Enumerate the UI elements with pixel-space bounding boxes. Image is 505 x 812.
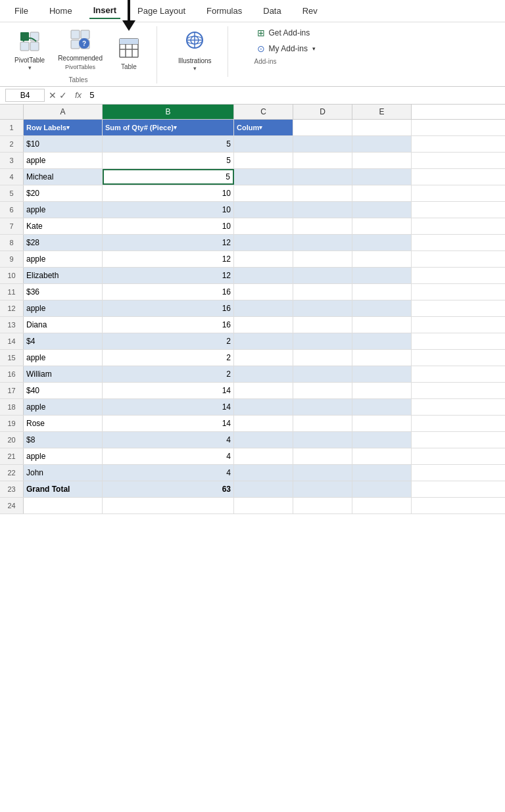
cell-b20[interactable]: 4 — [103, 432, 234, 448]
cell-a24[interactable] — [24, 498, 103, 513]
cell-b22[interactable]: 4 — [103, 465, 234, 481]
cell-c13[interactable] — [234, 317, 293, 333]
cell-d14[interactable] — [293, 333, 352, 349]
cell-d11[interactable] — [293, 284, 352, 300]
cell-e15[interactable] — [352, 350, 412, 366]
menu-file[interactable]: File — [11, 3, 32, 18]
cell-d20[interactable] — [293, 432, 352, 448]
cell-a1[interactable]: Row Labels ▾ — [24, 120, 103, 135]
cell-e4[interactable] — [352, 169, 412, 185]
menu-home[interactable]: Home — [45, 3, 76, 18]
cell-c1[interactable]: Colum ▾ — [234, 120, 293, 135]
cell-c6[interactable] — [234, 202, 293, 218]
my-addins-button[interactable]: ⊙ My Add-ins ▾ — [254, 42, 318, 55]
cell-b10[interactable]: 12 — [103, 268, 234, 283]
cell-d15[interactable] — [293, 350, 352, 366]
cell-e18[interactable] — [352, 399, 412, 415]
cell-e2[interactable] — [352, 136, 412, 152]
cell-e12[interactable] — [352, 300, 412, 316]
cell-d7[interactable] — [293, 218, 352, 234]
pivot-table-button[interactable]: PivotTable ▾ — [11, 28, 49, 74]
cell-d4[interactable] — [293, 169, 352, 185]
cell-b23[interactable]: 63 — [103, 481, 234, 497]
confirm-icon[interactable]: ✓ — [59, 90, 67, 101]
cell-d21[interactable] — [293, 448, 352, 464]
cell-b8[interactable]: 12 — [103, 235, 234, 251]
cell-b16[interactable]: 2 — [103, 366, 234, 382]
cell-a12[interactable]: apple — [24, 300, 103, 316]
cell-e20[interactable] — [352, 432, 412, 448]
cell-d12[interactable] — [293, 300, 352, 316]
cell-d1[interactable] — [293, 120, 352, 135]
cell-d18[interactable] — [293, 399, 352, 415]
cell-c12[interactable] — [234, 300, 293, 316]
cell-b3[interactable]: 5 — [103, 153, 234, 168]
cell-b7[interactable]: 10 — [103, 218, 234, 234]
cell-a16[interactable]: William — [24, 366, 103, 382]
cell-b2[interactable]: 5 — [103, 136, 234, 152]
cell-e16[interactable] — [352, 366, 412, 382]
cell-a5[interactable]: $20 — [24, 185, 103, 201]
illustrations-button[interactable]: Illustrations ▾ — [173, 26, 217, 74]
cell-b1[interactable]: Sum of Qty# (Piece) ▾ — [103, 120, 234, 135]
cell-b12[interactable]: 16 — [103, 300, 234, 316]
cell-e9[interactable] — [352, 251, 412, 267]
cell-c21[interactable] — [234, 448, 293, 464]
cell-d2[interactable] — [293, 136, 352, 152]
cell-c4[interactable] — [234, 169, 293, 185]
cell-b19[interactable]: 14 — [103, 416, 234, 431]
cell-reference-box[interactable]: B4 — [5, 89, 45, 102]
cell-e5[interactable] — [352, 185, 412, 201]
cell-e22[interactable] — [352, 465, 412, 481]
cell-e24[interactable] — [352, 498, 412, 513]
cell-e3[interactable] — [352, 153, 412, 168]
cell-d3[interactable] — [293, 153, 352, 168]
cell-b6[interactable]: 10 — [103, 202, 234, 218]
cell-a6[interactable]: apple — [24, 202, 103, 218]
cell-c8[interactable] — [234, 235, 293, 251]
cell-b15[interactable]: 2 — [103, 350, 234, 366]
cell-a3[interactable]: apple — [24, 153, 103, 168]
cell-b24[interactable] — [103, 498, 234, 513]
cell-d23[interactable] — [293, 481, 352, 497]
cell-c5[interactable] — [234, 185, 293, 201]
cell-c17[interactable] — [234, 383, 293, 398]
cell-c7[interactable] — [234, 218, 293, 234]
col-header-a[interactable]: A — [24, 105, 103, 119]
cell-e21[interactable] — [352, 448, 412, 464]
cell-b9[interactable]: 12 — [103, 251, 234, 267]
cell-c18[interactable] — [234, 399, 293, 415]
cell-b5[interactable]: 10 — [103, 185, 234, 201]
cell-e11[interactable] — [352, 284, 412, 300]
cancel-icon[interactable]: ✕ — [49, 90, 57, 101]
menu-page-layout[interactable]: Page Layout — [133, 3, 189, 18]
cell-c10[interactable] — [234, 268, 293, 283]
cell-d17[interactable] — [293, 383, 352, 398]
cell-d6[interactable] — [293, 202, 352, 218]
cell-e1[interactable] — [352, 120, 412, 135]
col-header-c[interactable]: C — [234, 105, 293, 119]
cell-b14[interactable]: 2 — [103, 333, 234, 349]
cell-a15[interactable]: apple — [24, 350, 103, 366]
cell-c11[interactable] — [234, 284, 293, 300]
cell-a20[interactable]: $8 — [24, 432, 103, 448]
cell-b21[interactable]: 4 — [103, 448, 234, 464]
cell-b11[interactable]: 16 — [103, 284, 234, 300]
cell-c15[interactable] — [234, 350, 293, 366]
cell-d19[interactable] — [293, 416, 352, 431]
cell-c20[interactable] — [234, 432, 293, 448]
menu-review[interactable]: Rev — [299, 3, 322, 18]
table-button[interactable]: Table — [112, 35, 146, 74]
cell-a11[interactable]: $36 — [24, 284, 103, 300]
cell-c22[interactable] — [234, 465, 293, 481]
cell-d13[interactable] — [293, 317, 352, 333]
cell-a4[interactable]: Micheal — [24, 169, 103, 185]
cell-b4[interactable]: 5 — [103, 169, 234, 185]
cell-d8[interactable] — [293, 235, 352, 251]
cell-a21[interactable]: apple — [24, 448, 103, 464]
cell-d9[interactable] — [293, 251, 352, 267]
cell-a14[interactable]: $4 — [24, 333, 103, 349]
cell-e14[interactable] — [352, 333, 412, 349]
recommended-pivottables-button[interactable]: ? Recommended PivotTables — [54, 26, 107, 74]
col-header-d[interactable]: D — [293, 105, 352, 119]
